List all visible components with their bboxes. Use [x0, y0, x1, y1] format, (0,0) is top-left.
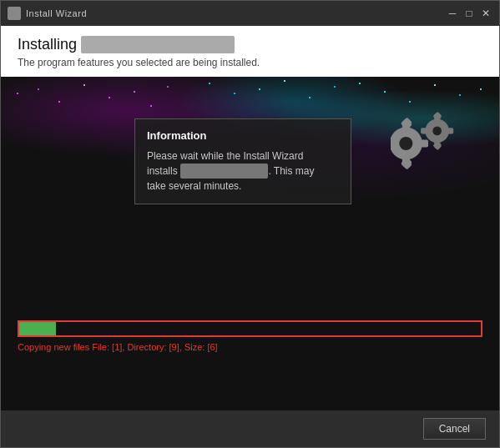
- info-text-line1: Please wait while the Install Wizard: [147, 150, 303, 162]
- maximize-button[interactable]: □: [462, 7, 476, 20]
- info-box: Information Please wait while the Instal…: [134, 118, 351, 204]
- gear-icon: [391, 110, 466, 177]
- main-content: Information Please wait while the Instal…: [1, 77, 499, 410]
- header-title: Installing ████████ ██████: [18, 36, 482, 53]
- svg-rect-14: [421, 128, 431, 133]
- svg-rect-5: [415, 140, 428, 148]
- cancel-button[interactable]: Cancel: [423, 418, 486, 440]
- info-text: Please wait while the Install Wizard ins…: [147, 148, 339, 194]
- progress-area: Copying new files File: [1], Directory: …: [18, 320, 482, 352]
- footer: Cancel: [1, 410, 499, 447]
- titlebar-title: Install Wizard: [26, 8, 87, 18]
- header-title-blurred: ████████ ██████: [81, 36, 235, 53]
- info-text-line3: take several minutes.: [147, 180, 241, 192]
- installer-window: Install Wizard ─ □ ✕ Installing ████████…: [0, 0, 500, 448]
- app-icon: [8, 7, 21, 20]
- info-text-line2-suffix: . This may: [268, 165, 314, 177]
- info-blurred-text: ████████ ████: [180, 164, 268, 179]
- info-title: Information: [147, 129, 339, 142]
- svg-rect-15: [444, 128, 454, 133]
- progress-bar-container: [18, 320, 482, 337]
- progress-bar-fill: [19, 322, 56, 335]
- titlebar-left: Install Wizard: [8, 7, 87, 20]
- titlebar-controls: ─ □ ✕: [446, 7, 492, 20]
- titlebar: Install Wizard ─ □ ✕: [1, 1, 499, 26]
- progress-status-text: Copying new files File: [1], Directory: …: [18, 342, 482, 352]
- svg-rect-4: [391, 140, 397, 148]
- svg-point-1: [399, 137, 412, 150]
- header: Installing ████████ ██████ The program f…: [1, 26, 499, 77]
- info-text-line2-prefix: installs: [147, 165, 180, 177]
- close-button[interactable]: ✕: [479, 7, 492, 20]
- header-title-prefix: Installing: [18, 36, 81, 53]
- svg-point-11: [432, 127, 442, 136]
- header-subtitle: The program features you selected are be…: [18, 57, 482, 68]
- minimize-button[interactable]: ─: [446, 7, 459, 20]
